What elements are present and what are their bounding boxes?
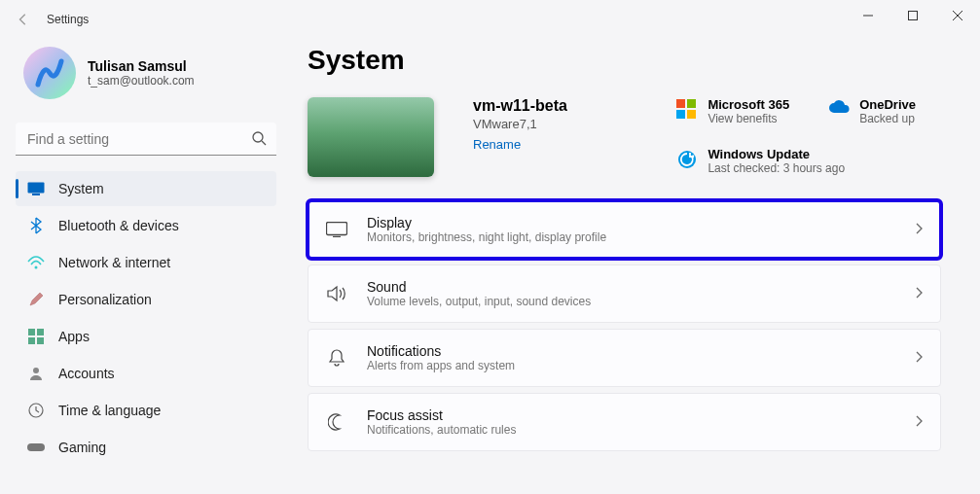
sidebar-item-time[interactable]: Time & language: [16, 393, 276, 428]
profile-name: Tulisan Samsul: [88, 58, 195, 74]
card-title: Focus assist: [367, 407, 895, 423]
svg-line-3: [262, 141, 266, 145]
service-windows-update[interactable]: Windows UpdateLast checked: 3 hours ago: [676, 147, 941, 175]
maximize-button[interactable]: [890, 0, 935, 31]
app-title: Settings: [47, 13, 89, 26]
moon-icon: [326, 411, 347, 433]
card-sub: Alerts from apps and system: [367, 359, 895, 372]
accounts-icon: [27, 365, 45, 382]
sidebar-item-label: Network & internet: [58, 255, 170, 270]
sidebar-item-label: Time & language: [58, 403, 161, 418]
pc-model: VMware7,1: [473, 117, 567, 131]
card-sub: Notifications, automatic rules: [367, 423, 895, 437]
update-icon: [676, 149, 698, 170]
service-sub: View benefits: [708, 112, 789, 125]
svg-rect-1: [909, 12, 918, 20]
sidebar-item-label: Accounts: [58, 366, 115, 381]
svg-rect-10: [37, 337, 44, 344]
apps-icon: [27, 328, 45, 345]
svg-rect-9: [28, 337, 35, 344]
service-microsoft365[interactable]: Microsoft 365View benefits: [676, 97, 789, 125]
sidebar-item-gaming[interactable]: Gaming: [16, 430, 276, 465]
sidebar-item-label: Apps: [58, 329, 90, 344]
clock-icon: [27, 402, 45, 419]
minimize-button[interactable]: [846, 0, 890, 31]
profile-email: t_sam@outlook.com: [88, 74, 195, 88]
chevron-right-icon: [915, 221, 923, 238]
card-sub: Volume levels, output, input, sound devi…: [367, 295, 895, 308]
system-icon: [27, 180, 45, 197]
svg-rect-5: [32, 194, 40, 195]
svg-rect-4: [28, 183, 45, 194]
card-sub: Monitors, brightness, night light, displ…: [367, 230, 895, 244]
bell-icon: [326, 347, 347, 369]
sidebar-item-bluetooth[interactable]: Bluetooth & devices: [16, 208, 276, 243]
sidebar-item-apps[interactable]: Apps: [16, 319, 276, 354]
network-icon: [27, 254, 45, 271]
sidebar-item-label: Gaming: [58, 440, 106, 455]
sound-icon: [326, 283, 347, 304]
card-notifications[interactable]: NotificationsAlerts from apps and system: [308, 329, 941, 387]
sidebar-item-label: Bluetooth & devices: [58, 218, 179, 233]
sidebar-item-accounts[interactable]: Accounts: [16, 356, 276, 391]
service-title: OneDrive: [859, 97, 916, 112]
card-focus-assist[interactable]: Focus assistNotifications, automatic rul…: [308, 393, 941, 451]
sidebar-item-label: Personalization: [58, 292, 152, 307]
gaming-icon: [27, 439, 45, 456]
bluetooth-icon: [27, 217, 45, 234]
service-title: Windows Update: [708, 147, 845, 161]
close-button[interactable]: [935, 0, 980, 31]
cloud-icon: [828, 99, 850, 121]
search-icon: [251, 130, 267, 150]
svg-rect-13: [27, 443, 45, 451]
chevron-right-icon: [915, 349, 923, 367]
service-title: Microsoft 365: [708, 97, 789, 112]
svg-rect-7: [28, 329, 35, 335]
profile[interactable]: Tulisan Samsul t_sam@outlook.com: [16, 39, 276, 115]
page-title: System: [308, 45, 941, 76]
card-title: Notifications: [367, 343, 895, 359]
svg-point-6: [35, 266, 38, 269]
sidebar-item-label: System: [58, 181, 104, 196]
card-title: Sound: [367, 279, 895, 295]
svg-rect-8: [37, 329, 44, 335]
sidebar-item-network[interactable]: Network & internet: [16, 245, 276, 280]
card-display[interactable]: DisplayMonitors, brightness, night light…: [308, 200, 941, 259]
microsoft-icon: [676, 99, 698, 121]
avatar: [23, 47, 76, 99]
svg-point-11: [33, 368, 39, 373]
brush-icon: [27, 291, 45, 308]
service-onedrive[interactable]: OneDriveBacked up: [828, 97, 941, 125]
service-sub: Backed up: [859, 112, 916, 125]
chevron-right-icon: [915, 413, 923, 431]
back-button[interactable]: [8, 4, 39, 35]
service-sub: Last checked: 3 hours ago: [708, 161, 845, 175]
display-icon: [326, 219, 347, 240]
search-input[interactable]: [16, 123, 276, 156]
chevron-right-icon: [915, 285, 923, 302]
rename-link[interactable]: Rename: [473, 137, 567, 152]
card-sound[interactable]: SoundVolume levels, output, input, sound…: [308, 265, 941, 323]
pc-name: vm-w11-beta: [473, 97, 567, 115]
card-title: Display: [367, 215, 895, 230]
desktop-thumbnail[interactable]: [308, 97, 434, 177]
svg-point-2: [253, 132, 263, 142]
sidebar-item-system[interactable]: System: [16, 171, 276, 206]
sidebar-item-personalization[interactable]: Personalization: [16, 282, 276, 317]
svg-rect-15: [327, 223, 347, 235]
